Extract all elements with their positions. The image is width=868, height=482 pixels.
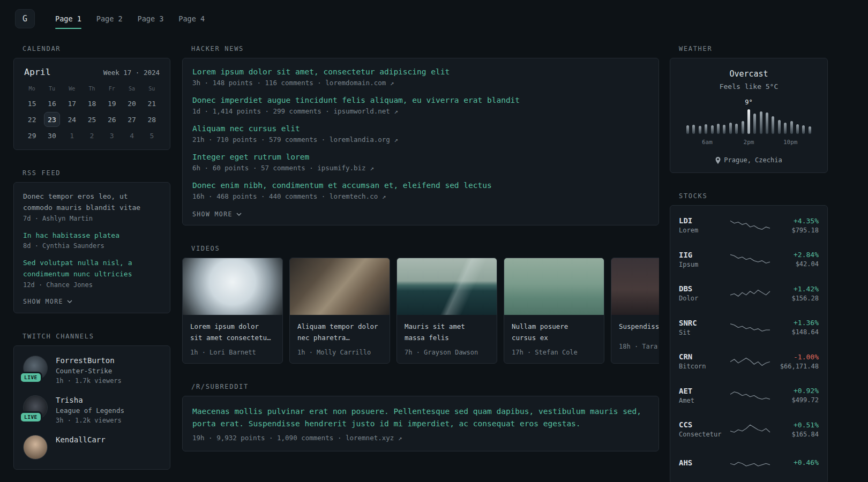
twitch-channel[interactable]: KendallCarr <box>23 435 161 460</box>
stock-symbol: CRN <box>679 352 729 361</box>
stock-sparkline <box>729 251 771 267</box>
section-title-hackernews: HACKER NEWS <box>191 45 659 52</box>
videos-widget: VIDEOS Lorem ipsum dolor sit amet consec… <box>182 245 659 364</box>
live-badge: LIVE <box>19 372 42 383</box>
stock-sparkline <box>729 421 771 438</box>
hn-item-link[interactable]: Integer eget rutrum lorem <box>192 153 649 161</box>
weather-bar <box>753 114 756 134</box>
section-title-subreddit: /R/SUBREDDIT <box>191 383 659 390</box>
channel-name: KendallCarr <box>56 435 106 444</box>
calendar-week-year: Week 17 · 2024 <box>103 69 160 77</box>
rss-item-link[interactable]: Sed volutpat nulla nisl, a condimentum n… <box>23 258 161 280</box>
stock-sparkline <box>729 387 771 403</box>
tab-page-4[interactable]: Page 4 <box>172 10 211 27</box>
chevron-down-icon <box>236 213 242 216</box>
video-card[interactable]: Lorem ipsum dolor sit amet consectetu… 1… <box>182 258 283 364</box>
stock-sparkline <box>729 217 771 234</box>
hn-item-link[interactable]: Aliquam nec cursus elit <box>192 124 649 133</box>
rss-item: In hac habitasse platea 8d · Cynthia Sau… <box>23 230 161 250</box>
weather-chart: 9° <box>686 109 811 134</box>
hn-item-link[interactable]: Lorem ipsum dolor sit amet, consectetur … <box>192 67 649 76</box>
stock-name: Consectetur <box>679 431 729 438</box>
stock-row[interactable]: AET Amet +0.92% $499.72 <box>679 379 819 413</box>
twitch-widget: TWITCH CHANNELS LIVE ForrestBurton Count… <box>13 333 170 470</box>
calendar-month: April <box>24 67 51 77</box>
weather-bar <box>742 121 744 134</box>
calendar-day-header: Th <box>82 81 102 95</box>
weather-bar <box>686 125 689 134</box>
stock-sparkline <box>729 455 771 471</box>
stock-symbol: DBS <box>679 284 729 293</box>
calendar-day: 22 <box>24 112 40 127</box>
rss-show-more-button[interactable]: SHOW MORE <box>23 297 72 305</box>
weather-feels-like: Feels like 5°C <box>679 82 819 91</box>
stock-symbol: AHS <box>679 458 729 467</box>
calendar-day: 30 <box>44 128 60 143</box>
stock-row[interactable]: LDI Lorem +4.35% $795.18 <box>679 208 819 243</box>
weather-location-label: Prague, Czechia <box>724 156 782 164</box>
weather-bar <box>772 116 774 134</box>
calendar-day-header: Mo <box>22 81 42 95</box>
weather-time-labels: 6am 2pm 10pm <box>686 139 811 146</box>
stock-change: +0.92% <box>771 387 819 395</box>
weather-bar <box>790 121 793 134</box>
tab-page-1[interactable]: Page 1 <box>49 10 88 27</box>
channel-game: Counter-Strike <box>56 367 122 375</box>
hn-item: Integer eget rutrum lorem 6h · 60 points… <box>192 153 649 172</box>
calendar-day: 15 <box>24 96 40 111</box>
weather-condition: Overcast <box>679 69 819 79</box>
weather-bar <box>723 125 725 134</box>
subreddit-post-meta: 19h · 9,932 points · 1,090 comments · lo… <box>192 434 649 442</box>
hn-item-meta: 1d · 1,414 points · 299 comments · ipsum… <box>192 107 649 115</box>
stock-row[interactable]: AHS +0.46% <box>679 447 819 481</box>
hn-item-link[interactable]: Donec enim nibh, condimentum et accumsan… <box>192 181 649 190</box>
tab-page-3[interactable]: Page 3 <box>131 10 170 27</box>
twitch-channel[interactable]: LIVE ForrestBurton Counter-Strike 1h · 1… <box>23 356 161 385</box>
time-label: 6am <box>686 139 728 146</box>
rss-item-link[interactable]: In hac habitasse platea <box>23 230 161 242</box>
channel-avatar <box>23 435 48 460</box>
weather-bar <box>778 120 781 134</box>
rss-card: Donec tempor eros leo, ut commodo mauris… <box>13 182 170 313</box>
stock-row[interactable]: SNRC Sit +1.36% $148.64 <box>679 311 819 345</box>
show-more-label: SHOW MORE <box>192 210 233 218</box>
calendar-day: 26 <box>104 112 120 127</box>
stock-row[interactable]: CCS Consectetur +0.51% $165.84 <box>679 412 819 447</box>
hn-item-link[interactable]: Donec imperdiet augue tincidunt felis al… <box>192 96 649 104</box>
video-card[interactable]: Suspendisse diam 18h · Tara <box>611 258 659 364</box>
stock-price: $795.18 <box>771 227 819 234</box>
video-card[interactable]: Nullam posuere cursus ex 17h · Stefan Co… <box>504 258 604 364</box>
weather-location: Prague, Czechia <box>679 156 819 164</box>
tab-page-2[interactable]: Page 2 <box>90 10 129 27</box>
channel-meta: 1h · 1.7k viewers <box>56 377 122 385</box>
video-card[interactable]: Mauris sit amet massa felis 7h · Grayson… <box>396 258 497 364</box>
hn-show-more-button[interactable]: SHOW MORE <box>192 209 242 218</box>
stock-change: +1.36% <box>771 319 819 327</box>
calendar-day: 4 <box>124 128 140 143</box>
video-title: Nullam posuere cursus ex <box>504 315 604 343</box>
twitch-channel[interactable]: LIVE Trisha League of Legends 3h · 1.2k … <box>23 395 161 424</box>
hn-item: Donec imperdiet augue tincidunt felis al… <box>192 96 649 115</box>
stock-row[interactable]: DBS Dolor +1.42% $156.28 <box>679 276 819 311</box>
weather-bar <box>766 112 768 134</box>
calendar-day-header: We <box>62 81 82 95</box>
video-card[interactable]: Aliquam tempor dolor nec pharetra… 1h · … <box>289 258 390 364</box>
calendar-day: 27 <box>124 112 140 127</box>
calendar-day: 18 <box>84 96 100 111</box>
stock-price: $148.64 <box>771 328 819 336</box>
current-temp-label: 9° <box>745 99 752 106</box>
channel-name: Trisha <box>56 395 124 404</box>
app-logo[interactable]: G <box>15 9 35 28</box>
stock-change: +0.46% <box>771 458 819 466</box>
location-pin-icon <box>715 157 721 164</box>
stock-sparkline <box>729 353 771 370</box>
section-title-videos: VIDEOS <box>191 245 659 252</box>
hn-item-meta: 16h · 468 points · 440 comments · loremt… <box>192 192 649 200</box>
video-title: Suspendisse diam <box>611 315 659 337</box>
rss-item-link[interactable]: Donec tempor eros leo, ut commodo mauris… <box>23 191 161 214</box>
stock-row[interactable]: CRN Bitcorn -1.00% $66,171.48 <box>679 344 819 379</box>
stock-row[interactable]: IIG Ipsum +2.84% $42.04 <box>679 243 819 277</box>
subreddit-post-link[interactable]: Maecenas mollis pulvinar erat non posuer… <box>192 405 649 430</box>
stock-symbol: CCS <box>679 420 729 429</box>
calendar-card: April Week 17 · 2024 MoTuWeThFrSaSu15161… <box>13 58 170 150</box>
